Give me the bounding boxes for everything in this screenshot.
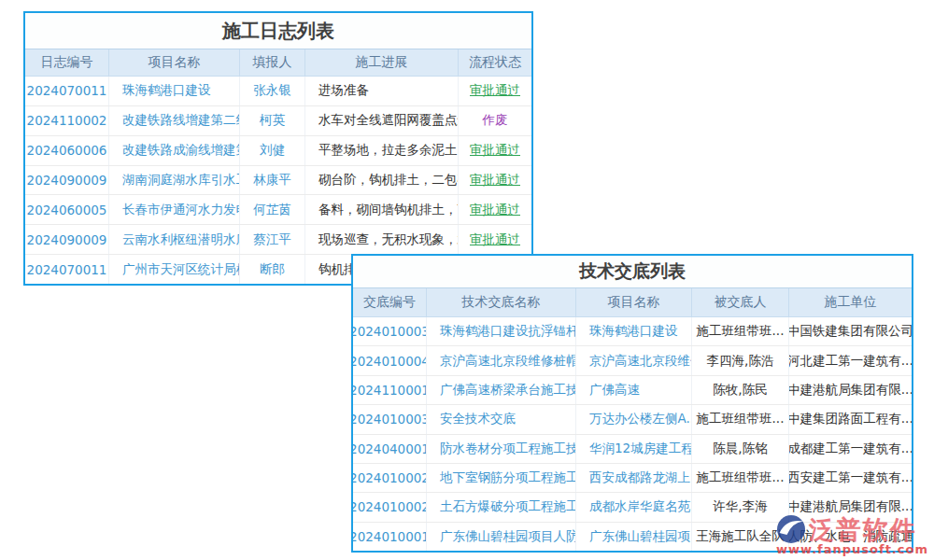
disc-table-row: 2024010003安全技术交底万达办公楼左侧A...施工班组带班...中建集团…: [353, 405, 912, 434]
disclosure-id-link[interactable]: 2024010004: [353, 346, 427, 374]
disclosure-project-link[interactable]: 珠海鹤港口建设: [576, 317, 692, 345]
log-id-link[interactable]: 2024090009: [25, 225, 109, 254]
disc-table-row: 2024110001广佛高速桥梁承台施工技...广佛高速陈牧,陈民中建港航局集团…: [353, 376, 912, 405]
disclosure-name-link[interactable]: 土石方爆破分项工程施工...: [427, 493, 576, 521]
disc-column-header: 交底编号: [353, 288, 427, 316]
log-project-link[interactable]: 长春市伊通河水力发电厂...: [109, 195, 240, 224]
log-project-link[interactable]: 改建铁路线增建第二线直...: [109, 106, 240, 135]
log-reporter-link[interactable]: 断郎: [240, 255, 305, 284]
log-progress-text: 备料，砌间墙钩机排土，瓦...: [305, 195, 459, 224]
log-status-link[interactable]: 审批通过: [459, 225, 531, 254]
log-table-row: 2024110002改建铁路线增建第二线直...柯英水车对全线遮阳网覆盖点进..…: [25, 106, 531, 136]
disclosure-project-link[interactable]: 成都水岸华庭名苑...: [576, 493, 692, 521]
log-status-link[interactable]: 作废: [459, 106, 531, 135]
disclosure-id-link[interactable]: 2024040001: [353, 435, 427, 463]
log-table-title: 施工日志列表: [25, 13, 531, 49]
log-progress-text: 现场巡查，无积水现象，水...: [305, 225, 459, 254]
log-progress-text: 水车对全线遮阳网覆盖点进...: [305, 106, 459, 135]
disclosure-table-title: 技术交底列表: [353, 256, 912, 287]
log-project-link[interactable]: 湖南洞庭湖水库引水工程...: [109, 166, 240, 195]
log-reporter-link[interactable]: 刘健: [240, 136, 305, 165]
disclosure-unit-text: 成都建工第一建筑有...: [789, 435, 912, 463]
disclosure-unit-text: 人防、水电、消防疏通: [789, 523, 912, 551]
disclosure-id-link[interactable]: 2024010002: [353, 464, 427, 492]
disclosure-project-link[interactable]: 万达办公楼左侧A...: [576, 405, 692, 433]
disclosure-name-link[interactable]: 京沪高速北京段维修桩帽...: [427, 346, 576, 374]
log-table-row: 2024090009云南水利枢纽潜明水库一...蔡江平现场巡查，无积水现象，水.…: [25, 225, 531, 255]
disclosure-recipients-text: 陈晨,陈铭: [692, 435, 789, 463]
log-project-link[interactable]: 云南水利枢纽潜明水库一...: [109, 225, 240, 254]
log-status-link[interactable]: 审批通过: [459, 77, 531, 105]
log-reporter-link[interactable]: 林康平: [240, 166, 305, 195]
log-reporter-link[interactable]: 蔡江平: [240, 225, 305, 254]
disc-column-header: 施工单位: [789, 288, 912, 316]
disc-table-row: 2024010002地下室钢筋分项工程施工...西安成都路龙湖上...施工班组带…: [353, 464, 912, 493]
log-id-link[interactable]: 2024060006: [25, 136, 109, 165]
log-table-row: 2024090009湖南洞庭湖水库引水工程...林康平砌台阶，钩机排土，二包砌.…: [25, 166, 531, 196]
log-progress-text: 进场准备: [305, 77, 459, 105]
disclosure-name-link[interactable]: 广佛高速桥梁承台施工技...: [427, 376, 576, 404]
disc-column-header: 项目名称: [576, 288, 692, 316]
disclosure-table-body: 2024010003珠海鹤港口建设抗浮锚杆...珠海鹤港口建设施工班组带班...…: [353, 317, 912, 551]
log-project-link[interactable]: 改建铁路成渝线增建第二...: [109, 136, 240, 165]
log-table-row: 2024060005长春市伊通河水力发电厂...何芷茵备料，砌间墙钩机排土，瓦.…: [25, 195, 531, 225]
log-reporter-link[interactable]: 张永银: [240, 77, 305, 105]
disclosure-unit-text: 河北建工第一建筑有...: [789, 346, 912, 374]
disclosure-recipients-text: 王海施工队全队: [692, 523, 789, 551]
disclosure-name-link[interactable]: 防水卷材分项工程施工技...: [427, 435, 576, 463]
disclosure-id-link[interactable]: 2024010003: [353, 405, 427, 433]
disc-table-row: 2024010004京沪高速北京段维修桩帽...京沪高速北京段维修李四海,陈浩河…: [353, 346, 912, 375]
disclosure-project-link[interactable]: 京沪高速北京段维修: [576, 346, 692, 374]
disc-table-row: 2024010003珠海鹤港口建设抗浮锚杆...珠海鹤港口建设施工班组带班...…: [353, 317, 912, 346]
disc-column-header: 被交底人: [692, 288, 789, 316]
log-status-link[interactable]: 审批通过: [459, 136, 531, 165]
log-progress-text: 平整场地，拉走多余泥土15...: [305, 136, 459, 165]
log-reporter-link[interactable]: 柯英: [240, 106, 305, 135]
log-table-body: 2024070011珠海鹤港口建设张永银进场准备审批通过2024110002改建…: [25, 77, 531, 284]
log-project-link[interactable]: 珠海鹤港口建设: [109, 77, 240, 105]
log-progress-text: 砌台阶，钩机排土，二包砌...: [305, 166, 459, 195]
disclosure-project-link[interactable]: 广佛高速: [576, 376, 692, 404]
disclosure-project-link[interactable]: 西安成都路龙湖上...: [576, 464, 692, 492]
disclosure-unit-text: 西安建工第一建筑有...: [789, 464, 912, 492]
log-reporter-link[interactable]: 何芷茵: [240, 195, 305, 224]
disclosure-name-link[interactable]: 地下室钢筋分项工程施工...: [427, 464, 576, 492]
log-id-link[interactable]: 2024060005: [25, 195, 109, 224]
disclosure-unit-text: 中建集团路面工程有...: [789, 405, 912, 433]
disc-table-row: 2024010001广东佛山碧桂园项目人防...广东佛山碧桂园项目王海施工队全队…: [353, 523, 912, 551]
disclosure-id-link[interactable]: 2024010002: [353, 493, 427, 521]
log-table-row: 2024070011珠海鹤港口建设张永银进场准备审批通过: [25, 77, 531, 106]
disc-table-row: 2024010002土石方爆破分项工程施工...成都水岸华庭名苑...许华,李海…: [353, 493, 912, 522]
construction-log-table: 施工日志列表 日志编号项目名称填报人施工进展流程状态 2024070011珠海鹤…: [23, 11, 533, 286]
log-project-link[interactable]: 广州市天河区统计局机房...: [109, 255, 240, 284]
log-status-link[interactable]: 审批通过: [459, 166, 531, 195]
log-column-header: 项目名称: [109, 49, 240, 76]
technical-disclosure-table: 技术交底列表 交底编号技术交底名称项目名称被交底人施工单位 2024010003…: [351, 254, 913, 553]
log-column-header: 流程状态: [459, 49, 531, 76]
disclosure-name-link[interactable]: 珠海鹤港口建设抗浮锚杆...: [427, 317, 576, 345]
disclosure-id-link[interactable]: 2024010003: [353, 317, 427, 345]
disclosure-name-link[interactable]: 安全技术交底: [427, 405, 576, 433]
log-table-header-row: 日志编号项目名称填报人施工进展流程状态: [25, 49, 531, 77]
disclosure-project-link[interactable]: 华润12城房建工程...: [576, 435, 692, 463]
log-id-link[interactable]: 2024090009: [25, 166, 109, 195]
disc-column-header: 技术交底名称: [427, 288, 576, 316]
disclosure-id-link[interactable]: 2024110001: [353, 376, 427, 404]
disclosure-id-link[interactable]: 2024010001: [353, 523, 427, 551]
disclosure-unit-text: 中国铁建集团有限公司: [789, 317, 912, 345]
disclosure-table-header-row: 交底编号技术交底名称项目名称被交底人施工单位: [353, 287, 912, 317]
disclosure-recipients-text: 陈牧,陈民: [692, 376, 789, 404]
log-status-link[interactable]: 审批通过: [459, 195, 531, 224]
disclosure-name-link[interactable]: 广东佛山碧桂园项目人防...: [427, 523, 576, 551]
disclosure-recipients-text: 施工班组带班...: [692, 464, 789, 492]
disclosure-unit-text: 中建港航局集团有限...: [789, 493, 912, 521]
disclosure-recipients-text: 许华,李海: [692, 493, 789, 521]
log-id-link[interactable]: 2024070011: [25, 255, 109, 284]
log-id-link[interactable]: 2024070011: [25, 77, 109, 105]
log-column-header: 填报人: [240, 49, 305, 76]
log-id-link[interactable]: 2024110002: [25, 106, 109, 135]
log-column-header: 日志编号: [25, 49, 109, 76]
disclosure-project-link[interactable]: 广东佛山碧桂园项目: [576, 523, 692, 551]
log-table-row: 2024060006改建铁路成渝线增建第二...刘健平整场地，拉走多余泥土15.…: [25, 136, 531, 166]
disclosure-recipients-text: 施工班组带班...: [692, 317, 789, 345]
